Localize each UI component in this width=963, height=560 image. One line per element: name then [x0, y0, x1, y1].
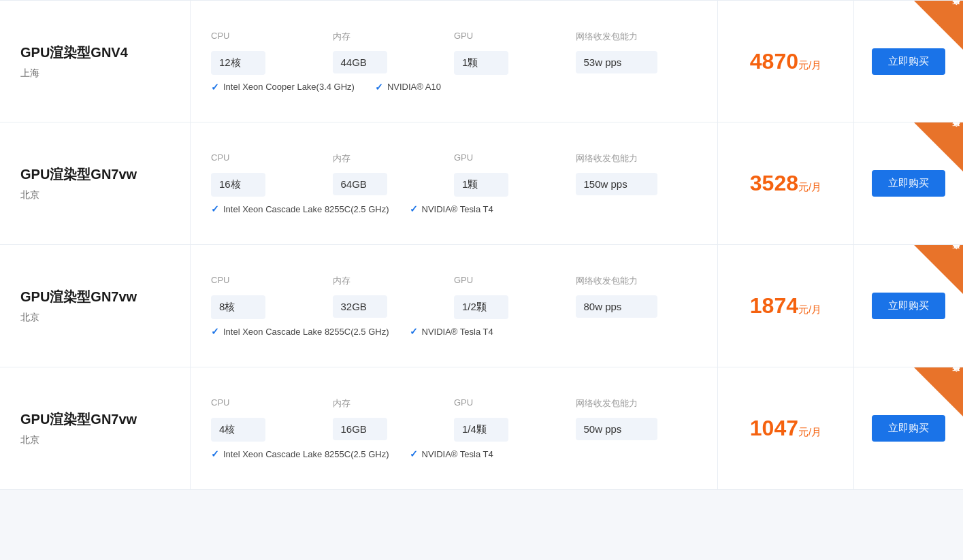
product-price: 4870元/月 — [718, 1, 854, 122]
price-unit: 元/月 — [798, 181, 821, 193]
network-label: 网络收发包能力 — [576, 31, 698, 43]
cpu-value: 12核 — [211, 51, 265, 75]
memory-value-col: 16GB — [333, 418, 455, 442]
specs-labels: CPU 内存 GPU 网络收发包能力 — [211, 275, 697, 291]
price-display: 3528元/月 — [750, 171, 821, 196]
gpu-label: GPU — [454, 31, 576, 41]
cpu-detail: Intel Xeon Cascade Lake 8255C(2.5 GHz) — [223, 449, 389, 459]
price-unit: 元/月 — [798, 426, 821, 438]
check-icon-gpu: ✓ — [410, 448, 418, 459]
check-icon-gpu: ✓ — [410, 203, 418, 214]
gpu-detail: NVIDIA® Tesla T4 — [422, 327, 493, 337]
buy-button[interactable]: 立即购买 — [872, 415, 945, 442]
buy-button[interactable]: 立即购买 — [872, 170, 945, 197]
badge-text: 高性价比 — [951, 253, 960, 256]
network-value-col: 53w pps — [576, 51, 698, 75]
memory-value-col: 44GB — [333, 51, 455, 75]
network-value: 150w pps — [576, 173, 657, 195]
cpu-label-col: CPU — [211, 397, 333, 414]
cpu-detail: Intel Xeon Cascade Lake 8255C(2.5 GHz) — [223, 327, 389, 337]
gpu-value: 1颗 — [454, 51, 508, 75]
specs-values-row: 16核 64GB 1颗 150w pps — [211, 173, 697, 197]
product-region: 北京 — [20, 312, 169, 324]
memory-label-col: 内存 — [333, 152, 455, 169]
corner-badge: 高性价比 — [914, 122, 963, 171]
price-unit: 元/月 — [798, 303, 821, 315]
memory-label: 内存 — [333, 275, 455, 287]
corner-badge: 高性价比 — [914, 1, 963, 50]
cpu-detail: Intel Xeon Cascade Lake 8255C(2.5 GHz) — [223, 204, 389, 214]
cpu-detail: Intel Xeon Cooper Lake(3.4 GHz) — [223, 82, 355, 92]
product-name: GPU渲染型GN7vw — [20, 410, 169, 429]
gpu-value-col: 1颗 — [454, 51, 576, 75]
product-list: 高性价比 GPU渲染型GNV4 上海 CPU 内存 GPU — [0, 0, 963, 490]
specs-values-row: 8核 32GB 1/2颗 80w pps — [211, 295, 697, 319]
check-icon-cpu: ✓ — [211, 203, 219, 214]
cpu-label-col: CPU — [211, 152, 333, 169]
memory-label-col: 内存 — [333, 31, 455, 47]
price-number: 1874 — [750, 293, 798, 318]
product-row: 高性价比 GPU渲染型GN7vw 北京 CPU 内存 GPU — [0, 122, 963, 245]
price-number: 1047 — [750, 416, 798, 440]
specs-features: ✓ Intel Xeon Cascade Lake 8255C(2.5 GHz)… — [211, 326, 697, 337]
product-price: 1874元/月 — [718, 245, 854, 367]
memory-label: 内存 — [333, 397, 455, 410]
gpu-label-col: GPU — [454, 31, 576, 47]
gpu-detail: NVIDIA® Tesla T4 — [422, 204, 493, 214]
gpu-value-col: 1颗 — [454, 173, 576, 197]
cpu-value-col: 16核 — [211, 173, 333, 197]
memory-label-col: 内存 — [333, 275, 455, 291]
specs-labels: CPU 内存 GPU 网络收发包能力 — [211, 31, 697, 47]
specs-features: ✓ Intel Xeon Cooper Lake(3.4 GHz) ✓ NVID… — [211, 82, 697, 93]
memory-value: 64GB — [333, 173, 387, 195]
cpu-value-col: 8核 — [211, 295, 333, 319]
check-icon-gpu: ✓ — [410, 326, 418, 337]
memory-label-col: 内存 — [333, 397, 455, 414]
gpu-feature: ✓ NVIDIA® A10 — [375, 82, 441, 93]
product-info: GPU渲染型GNV4 上海 — [0, 1, 191, 122]
cpu-label: CPU — [211, 397, 333, 408]
specs-features: ✓ Intel Xeon Cascade Lake 8255C(2.5 GHz)… — [211, 448, 697, 459]
gpu-label-col: GPU — [454, 397, 576, 414]
network-label: 网络收发包能力 — [576, 275, 698, 287]
cpu-label: CPU — [211, 152, 333, 163]
network-label-col: 网络收发包能力 — [576, 31, 698, 47]
specs-features: ✓ Intel Xeon Cascade Lake 8255C(2.5 GHz)… — [211, 203, 697, 214]
network-label-col: 网络收发包能力 — [576, 275, 698, 291]
buy-button[interactable]: 立即购买 — [872, 293, 945, 319]
cpu-feature: ✓ Intel Xeon Cascade Lake 8255C(2.5 GHz) — [211, 326, 389, 337]
cpu-value: 4核 — [211, 418, 265, 442]
memory-label: 内存 — [333, 152, 455, 165]
memory-value: 32GB — [333, 295, 387, 318]
check-icon-cpu: ✓ — [211, 448, 219, 459]
product-name: GPU渲染型GN7vw — [20, 165, 169, 184]
product-row: 高性价比 GPU渲染型GNV4 上海 CPU 内存 GPU — [0, 0, 963, 122]
product-row: 高性价比 GPU渲染型GN7vw 北京 CPU 内存 GPU — [0, 367, 963, 490]
badge-text: 高性价比 — [951, 9, 960, 12]
network-value: 50w pps — [576, 418, 657, 440]
network-value-col: 150w pps — [576, 173, 698, 197]
gpu-label: GPU — [454, 397, 576, 408]
cpu-label-col: CPU — [211, 31, 333, 47]
price-number: 4870 — [750, 49, 798, 73]
buy-button[interactable]: 立即购买 — [872, 48, 945, 75]
badge-text: 高性价比 — [951, 131, 960, 133]
gpu-value-col: 1/4颗 — [454, 418, 576, 442]
cpu-value: 8核 — [211, 295, 265, 319]
product-name: GPU渲染型GNV4 — [20, 44, 169, 62]
product-specs: CPU 内存 GPU 网络收发包能力 12核 — [191, 1, 718, 122]
cpu-label: CPU — [211, 31, 333, 41]
network-value: 53w pps — [576, 51, 657, 73]
product-price: 1047元/月 — [718, 367, 854, 489]
cpu-value-col: 12核 — [211, 51, 333, 75]
cpu-value-col: 4核 — [211, 418, 333, 442]
gpu-value: 1/4颗 — [454, 418, 508, 442]
gpu-value: 1颗 — [454, 173, 508, 197]
gpu-feature: ✓ NVIDIA® Tesla T4 — [410, 203, 493, 214]
corner-badge: 高性价比 — [914, 367, 963, 416]
gpu-feature: ✓ NVIDIA® Tesla T4 — [410, 448, 493, 459]
gpu-value-col: 1/2颗 — [454, 295, 576, 319]
gpu-value: 1/2颗 — [454, 295, 508, 319]
gpu-label: GPU — [454, 152, 576, 163]
product-info: GPU渲染型GN7vw 北京 — [0, 245, 191, 367]
